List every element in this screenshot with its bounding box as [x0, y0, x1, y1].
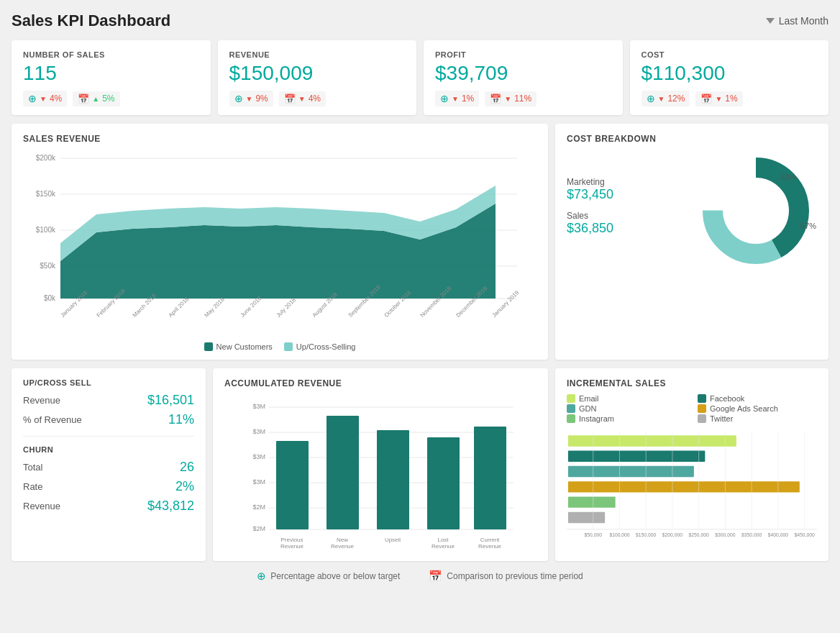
- churn-rate-row: Rate 2%: [23, 479, 194, 494]
- donut-labels: Marketing $73,450 Sales $36,850: [567, 177, 688, 245]
- page-title: Sales KPI Dashboard: [12, 12, 170, 30]
- svg-text:Revenue: Revenue: [331, 543, 355, 550]
- svg-text:Revenue: Revenue: [432, 543, 455, 550]
- filter-control[interactable]: Last Month: [766, 15, 828, 27]
- arrow-down-icon-4: ▼: [452, 95, 459, 103]
- svg-text:$150,000: $150,000: [636, 532, 656, 537]
- churn-total-label: Total: [23, 462, 42, 473]
- churn-rate-label: Rate: [23, 481, 42, 492]
- arrow-down-icon-3: ▼: [298, 95, 306, 103]
- calendar-icon-2: 📅: [284, 94, 296, 104]
- cost-breakdown-title: COST BREAKDOWN: [567, 134, 817, 144]
- footer-item-2: 📅 Comparison to previous time period: [429, 570, 583, 583]
- legend-gdn-dot: [567, 404, 575, 413]
- svg-text:Upsell: Upsell: [385, 537, 401, 543]
- upcross-title: UP/CROSS SELL: [23, 378, 194, 387]
- upcross-revenue-value: $16,501: [147, 393, 194, 408]
- svg-text:$300,000: $300,000: [715, 532, 735, 537]
- arrow-down-icon-2: ▼: [246, 95, 253, 103]
- kpi-revenue-b2-val: 4%: [309, 94, 321, 104]
- kpi-row: NUMBER OF SALES 115 ⊕ ▼ 4% 📅 ▲ 5% REVENU…: [12, 40, 828, 115]
- footer: ⊕ Percentage above or below target 📅 Com…: [12, 570, 828, 583]
- churn-rate-value: 2%: [175, 479, 194, 494]
- kpi-sales-b2-val: 5%: [102, 94, 114, 104]
- churn-revenue-row: Revenue $43,812: [23, 498, 194, 514]
- footer-calendar-icon: 📅: [429, 570, 442, 583]
- kpi-card-sales: NUMBER OF SALES 115 ⊕ ▼ 4% 📅 ▲ 5%: [12, 40, 211, 115]
- incremental-sales-card: INCREMENTAL SALES Email Facebook GDN Goo…: [555, 368, 828, 561]
- legend-email: Email: [567, 394, 686, 403]
- kpi-cost-b2-val: 1%: [725, 94, 737, 104]
- bar-instagram: [568, 496, 616, 507]
- arrow-down-icon-6: ▼: [658, 95, 665, 103]
- legend-instagram: Instagram: [567, 414, 686, 423]
- filter-label: Last Month: [779, 15, 828, 27]
- upcross-revenue-row: Revenue $16,501: [23, 393, 194, 408]
- legend-google-ads-dot: [698, 404, 706, 413]
- legend-new-customers-box: [204, 342, 213, 351]
- legend-upcross: Up/Cross-Selling: [284, 342, 356, 351]
- kpi-profit-value: $39,709: [435, 62, 611, 85]
- svg-text:$50k: $50k: [40, 262, 56, 270]
- svg-text:Previous: Previous: [280, 537, 303, 543]
- churn-total-value: 26: [180, 460, 194, 475]
- sales-revenue-chart: $200k $150k $100k $50k $0k January 2018 …: [23, 150, 537, 337]
- arrow-down-icon-5: ▼: [504, 95, 511, 103]
- target-icon-4: ⊕: [647, 93, 655, 104]
- kpi-cost-label: COST: [642, 50, 818, 59]
- svg-text:33%: 33%: [780, 173, 796, 181]
- legend-instagram-dot: [567, 414, 575, 423]
- kpi-cost-badges: ⊕ ▼ 12% 📅 ▼ 1%: [642, 91, 818, 106]
- svg-text:Revenue: Revenue: [478, 543, 502, 550]
- svg-text:Lost: Lost: [437, 537, 449, 543]
- legend-facebook-label: Facebook: [710, 394, 744, 403]
- donut-marketing-value: $73,450: [567, 187, 688, 202]
- legend-upcross-box: [284, 342, 293, 351]
- svg-text:May 2018: May 2018: [204, 296, 227, 319]
- upcross-revenue-label: Revenue: [23, 395, 60, 406]
- kpi-profit-b2-val: 11%: [514, 94, 531, 104]
- footer-item-1: ⊕ Percentage above or below target: [257, 570, 400, 583]
- metrics-divider: [23, 436, 194, 437]
- kpi-sales-b1-val: 4%: [50, 94, 62, 104]
- bar-gdn: [568, 466, 694, 477]
- legend-gdn-label: GDN: [579, 404, 596, 413]
- svg-text:Revenue: Revenue: [280, 543, 304, 550]
- target-icon-3: ⊕: [440, 93, 449, 104]
- donut-marketing: Marketing $73,450: [567, 177, 688, 202]
- kpi-revenue-b1-val: 9%: [255, 94, 268, 104]
- incremental-sales-legend: Email Facebook GDN Google Ads Search Ins…: [567, 394, 817, 423]
- legend-new-customers-label: New Customers: [216, 342, 273, 351]
- churn-total-row: Total 26: [23, 460, 194, 475]
- kpi-profit-badge2: 📅 ▼ 11%: [485, 91, 537, 106]
- bottom-row: UP/CROSS SELL Revenue $16,501 % of Reven…: [12, 368, 828, 561]
- kpi-cost-badge1: ⊕ ▼ 12%: [642, 91, 690, 106]
- calendar-icon: 📅: [78, 94, 89, 104]
- metrics-card: UP/CROSS SELL Revenue $16,501 % of Reven…: [12, 368, 206, 561]
- bar-google-ads: [568, 481, 800, 492]
- bar-facebook: [568, 451, 705, 462]
- kpi-sales-value: 115: [23, 62, 199, 85]
- kpi-revenue-label: REVENUE: [229, 50, 406, 59]
- kpi-sales-label: NUMBER OF SALES: [23, 50, 199, 59]
- cost-breakdown-card: COST BREAKDOWN Marketing $73,450 Sales $…: [555, 124, 828, 360]
- svg-text:$50,000: $50,000: [585, 532, 603, 537]
- legend-email-label: Email: [579, 394, 599, 403]
- svg-text:$150k: $150k: [36, 190, 56, 198]
- svg-text:New: New: [337, 537, 348, 543]
- svg-text:July 2018: July 2018: [275, 296, 298, 319]
- kpi-revenue-badge2: 📅 ▼ 4%: [279, 91, 326, 106]
- svg-text:$450,000: $450,000: [795, 532, 815, 537]
- incremental-sales-title: INCREMENTAL SALES: [567, 378, 817, 388]
- footer-item-1-label: Percentage above or below target: [270, 571, 400, 581]
- legend-twitter-dot: [698, 414, 706, 423]
- svg-text:$3M: $3M: [252, 428, 265, 435]
- accumulated-revenue-chart: $3M $3M $3M $3M $2M $2M Previous: [224, 394, 537, 552]
- churn-revenue-value: $43,812: [147, 498, 194, 514]
- sales-revenue-legend: New Customers Up/Cross-Selling: [23, 342, 537, 351]
- donut-sales-label: Sales: [567, 211, 688, 221]
- legend-email-dot: [567, 394, 575, 403]
- upcross-pct-row: % of Revenue 11%: [23, 412, 194, 427]
- kpi-cost-badge2: 📅 ▼ 1%: [695, 91, 742, 106]
- kpi-sales-badge2: 📅 ▲ 5%: [73, 91, 119, 106]
